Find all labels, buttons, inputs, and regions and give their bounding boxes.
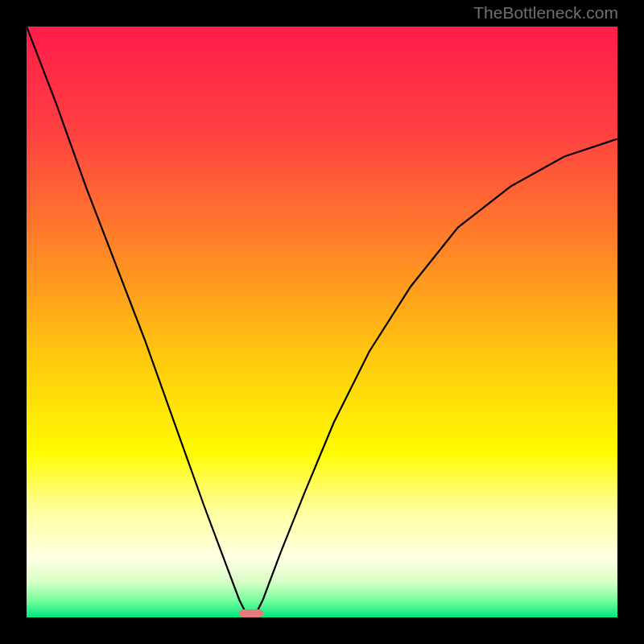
chart-plot-area (27, 27, 617, 617)
watermark-text: TheBottleneck.com (473, 3, 618, 23)
chart-curve (27, 27, 617, 617)
chart-minimum-marker (239, 609, 262, 617)
